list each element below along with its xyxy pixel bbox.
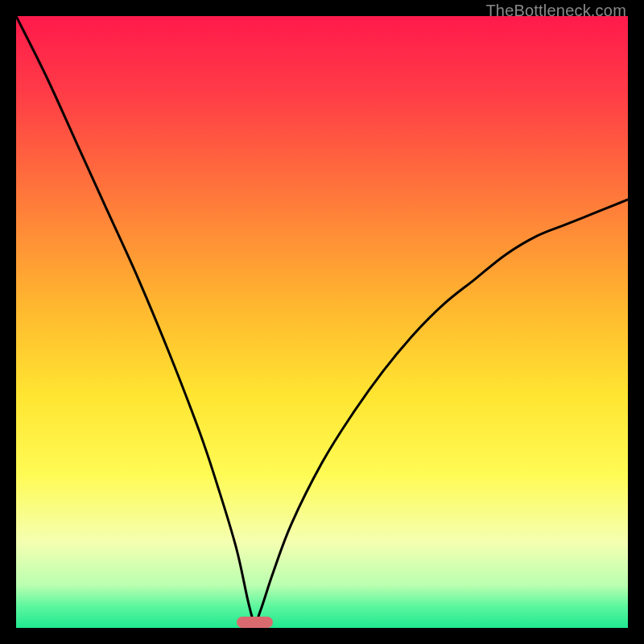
gradient-background <box>16 16 628 628</box>
watermark-text: TheBottleneck.com <box>485 2 626 20</box>
optimal-marker <box>237 617 274 628</box>
bottleneck-plot <box>16 16 628 628</box>
chart-frame <box>16 16 628 628</box>
